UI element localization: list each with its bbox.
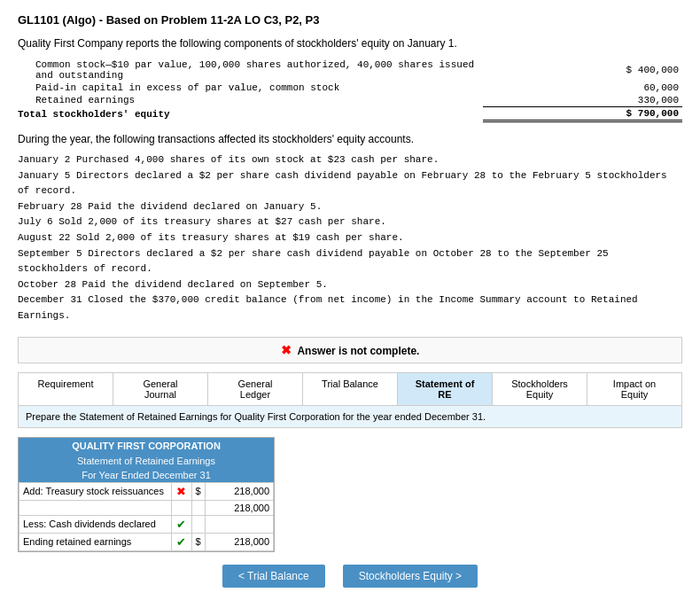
transaction-item: December 31 Closed the $370,000 credit b… (18, 292, 682, 324)
nav-buttons: < Trial Balance Stockholders Equity > (18, 565, 682, 588)
amount-cell (205, 515, 273, 533)
tabs-row: RequirementGeneralJournalGeneralLedgerTr… (18, 372, 682, 406)
tab-trial-balance[interactable]: Trial Balance (303, 373, 398, 405)
transaction-item: October 28 Paid the dividend declared on… (18, 277, 682, 293)
empty-icon-cell (171, 500, 191, 515)
page-title: GL1101 (Algo) - Based on Problem 11-2A L… (18, 13, 682, 27)
error-cell: ✖ (171, 482, 191, 500)
transaction-item: January 5 Directors declared a $2 per sh… (18, 168, 682, 199)
transaction-item: July 6 Sold 2,000 of its treasury shares… (18, 214, 682, 230)
check-cell: ✔ (171, 533, 191, 550)
corp-data-table: Add: Treasury stock reissuances ✖ $ 218,… (19, 482, 274, 551)
dollar-cell: $ (191, 482, 205, 500)
instruction-row: Prepare the Statement of Retained Earnin… (18, 406, 682, 428)
corp-period: For Year Ended December 31 (19, 468, 274, 482)
intro-text: Quality First Company reports the follow… (18, 37, 682, 50)
tab-stockholders-equity[interactable]: StockholdersEquity (493, 373, 587, 405)
error-icon: ✖ (281, 343, 292, 357)
transactions-title: During the year, the following transacti… (18, 133, 682, 145)
answer-banner: ✖ Answer is not complete. (18, 337, 682, 363)
amount-cell: 218,000 (205, 500, 273, 515)
tab-statement-re[interactable]: Statement ofRE (398, 373, 493, 405)
row-label: Ending retained earnings (19, 533, 172, 550)
amount-cell: 218,000 (205, 533, 273, 550)
back-button[interactable]: < Trial Balance (222, 565, 325, 588)
transactions-section: January 2 Purchased 4,000 shares of its … (18, 152, 682, 324)
transaction-item: February 28 Paid the dividend declared o… (18, 199, 682, 215)
corp-table: QUALITY FIRST CORPORATION Statement of R… (18, 437, 275, 552)
corp-subtitle: Statement of Retained Earnings (19, 454, 274, 468)
transaction-item: August 22 Sold 2,000 of its treasury sha… (18, 230, 682, 246)
tab-requirement[interactable]: Requirement (19, 373, 113, 405)
corp-title: QUALITY FIRST CORPORATION (19, 438, 274, 454)
row-label (19, 500, 172, 515)
tab-general-journal[interactable]: GeneralJournal (113, 373, 208, 405)
dollar-cell (191, 515, 205, 533)
transaction-item: January 2 Purchased 4,000 shares of its … (18, 152, 682, 168)
tab-general-ledger[interactable]: GeneralLedger (208, 373, 303, 405)
dollar-cell: $ (191, 533, 205, 550)
check-cell: ✔ (171, 515, 191, 533)
transaction-item: September 5 Directors declared a $2 per … (18, 246, 682, 277)
answer-banner-text: Answer is not complete. (297, 345, 419, 357)
tab-impact-equity[interactable]: Impact onEquity (587, 373, 681, 405)
equity-table: Common stock—$10 par value, 100,000 shar… (18, 58, 682, 122)
amount-cell: 218,000 (205, 482, 273, 500)
row-label: Add: Treasury stock reissuances (19, 482, 172, 500)
row-label: Less: Cash dividends declared (19, 515, 172, 533)
dollar-cell (191, 500, 205, 515)
forward-button[interactable]: Stockholders Equity > (343, 565, 478, 588)
